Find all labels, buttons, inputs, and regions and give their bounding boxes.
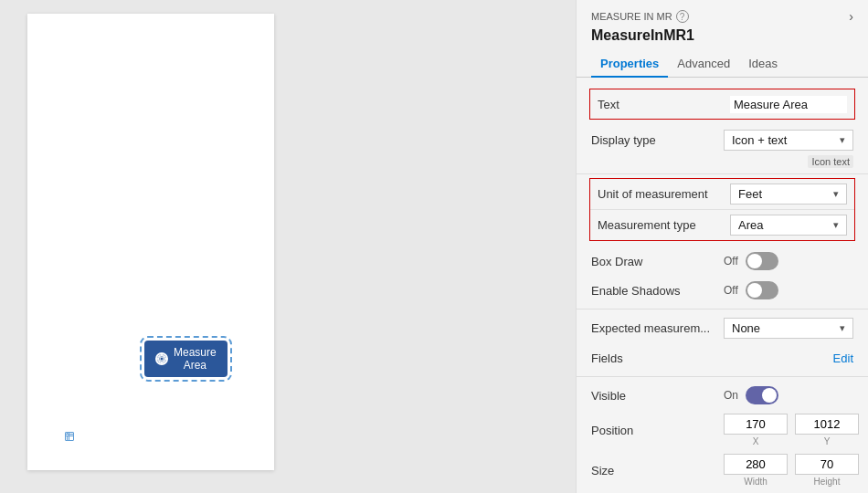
panel-header: MEASURE IN MR ? › MeasureInMR1 <box>577 0 868 51</box>
box-draw-row: Box Draw Off <box>577 246 868 276</box>
visible-label: Visible <box>591 389 724 403</box>
position-x-group: X <box>724 414 788 446</box>
handle-br[interactable] <box>69 435 74 441</box>
enable-shadows-toggle-container: Off <box>724 281 778 299</box>
display-type-dropdown[interactable]: Icon + text ▾ <box>724 130 853 151</box>
position-y-input[interactable] <box>795 414 859 435</box>
divider-1 <box>577 173 868 174</box>
size-width-label: Width <box>744 477 767 487</box>
tab-properties[interactable]: Properties <box>591 51 668 78</box>
measurement-type-row: Measurement type Area ▾ <box>590 210 854 240</box>
expected-measurement-row: Expected measurem... None ▾ <box>577 313 868 343</box>
panel-title: MeasureInMR1 <box>591 27 853 44</box>
visible-state: On <box>724 389 738 402</box>
fields-value: Edit <box>724 351 853 365</box>
measurement-group: Unit of measurement Feet ▾ Measurement t… <box>589 178 855 241</box>
visible-value: On <box>724 386 853 404</box>
unit-value: Feet ▾ <box>730 184 847 205</box>
measure-in-mr-label: MEASURE IN MR ? <box>591 10 689 23</box>
measurement-type-dropdown[interactable]: Area ▾ <box>730 215 847 236</box>
text-label: Text <box>598 98 730 111</box>
size-inputs: Width Height <box>724 454 859 487</box>
expand-chevron[interactable]: › <box>849 9 853 24</box>
enable-shadows-label: Enable Shadows <box>591 284 724 298</box>
box-draw-value: Off <box>724 252 853 270</box>
position-x-label: X <box>753 436 759 446</box>
help-icon[interactable]: ? <box>676 10 689 23</box>
panel-top-row: MEASURE IN MR ? › <box>591 9 853 24</box>
size-width-input[interactable] <box>724 454 788 475</box>
position-label: Position <box>591 424 724 437</box>
icon-text-badge-row: Icon text <box>577 155 868 170</box>
text-property-group: Text <box>589 89 855 120</box>
visible-toggle-container: On <box>724 386 778 404</box>
enable-shadows-row: Enable Shadows Off <box>577 276 868 305</box>
position-y-label: Y <box>824 436 831 446</box>
visible-toggle[interactable] <box>746 386 778 404</box>
box-draw-state: Off <box>724 255 738 267</box>
unit-label: Unit of measurement <box>598 187 730 201</box>
icon-text-badge: Icon text <box>808 155 853 168</box>
measure-button-label: Measure Area <box>174 346 217 372</box>
display-type-row: Display type Icon + text ▾ <box>577 125 868 155</box>
visible-row: Visible On <box>577 381 868 410</box>
enable-shadows-state: Off <box>724 284 738 297</box>
unit-dropdown[interactable]: Feet ▾ <box>730 184 847 205</box>
position-x-input[interactable] <box>724 414 788 435</box>
size-row: Size Width Height <box>577 450 868 490</box>
display-type-value: Icon + text ▾ <box>724 130 853 151</box>
dropdown-chevron: ▾ <box>840 134 845 146</box>
measure-icon <box>155 352 168 365</box>
unit-row: Unit of measurement Feet ▾ <box>590 179 854 210</box>
box-draw-toggle[interactable] <box>746 252 778 270</box>
text-value-container <box>730 96 847 113</box>
measurement-dropdown-chevron: ▾ <box>833 219 839 231</box>
expected-dropdown[interactable]: None ▾ <box>724 318 853 339</box>
properties-section: Text Display type Icon + text ▾ Icon tex… <box>577 78 868 493</box>
canvas-page <box>27 14 274 470</box>
position-row: Position X Y <box>577 410 868 450</box>
box-draw-toggle-container: Off <box>724 252 778 270</box>
tab-advanced[interactable]: Advanced <box>668 51 739 78</box>
enable-shadows-value: Off <box>724 281 853 299</box>
size-height-label: Height <box>814 477 841 487</box>
fields-row: Fields Edit <box>577 343 868 372</box>
tab-ideas[interactable]: Ideas <box>739 51 787 78</box>
text-row: Text <box>590 89 854 119</box>
display-type-label: Display type <box>591 133 724 147</box>
divider-3 <box>577 376 868 377</box>
tabs-bar: Properties Advanced Ideas <box>577 51 868 78</box>
measurement-type-label: Measurement type <box>598 218 730 232</box>
fields-edit-link[interactable]: Edit <box>833 351 853 365</box>
measurement-type-value: Area ▾ <box>730 215 847 236</box>
box-draw-knob <box>747 254 762 268</box>
fields-label: Fields <box>591 351 724 365</box>
size-width-group: Width <box>724 454 788 487</box>
size-label: Size <box>591 464 724 477</box>
expected-value: None ▾ <box>724 318 853 339</box>
enable-shadows-toggle[interactable] <box>746 281 778 299</box>
position-y-group: Y <box>795 414 859 446</box>
divider-2 <box>577 309 868 309</box>
unit-dropdown-chevron: ▾ <box>833 188 839 200</box>
canvas-area: Measure Area <box>0 0 576 493</box>
size-height-input[interactable] <box>795 454 859 475</box>
size-height-group: Height <box>795 454 859 487</box>
text-input[interactable] <box>730 96 847 113</box>
enable-shadows-knob <box>747 283 762 298</box>
expected-label: Expected measurem... <box>591 321 724 335</box>
position-inputs: X Y <box>724 414 859 446</box>
right-panel: MEASURE IN MR ? › MeasureInMR1 Propertie… <box>576 0 868 493</box>
expected-dropdown-chevron: ▾ <box>840 322 845 334</box>
box-draw-label: Box Draw <box>591 255 724 268</box>
measure-area-button[interactable]: Measure Area <box>144 341 228 377</box>
visible-knob <box>762 388 777 403</box>
